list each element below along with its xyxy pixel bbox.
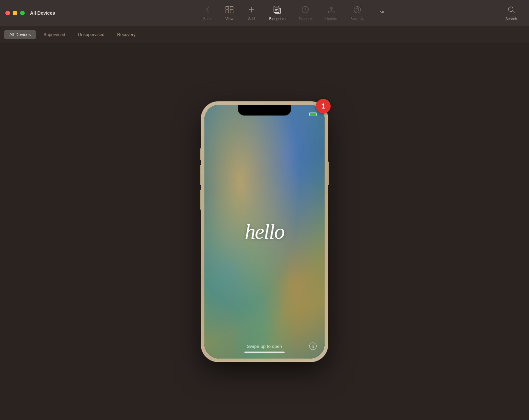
tab-unsupervised-label: Unsupervised [78,32,105,37]
add-label: Add [248,17,255,21]
backup-label: Back Up [350,17,364,21]
blueprints-button[interactable]: Blueprints [262,3,292,23]
main-content: 1 [0,43,529,420]
search-icon [507,5,516,15]
back-button[interactable]: Back [196,3,218,23]
tab-recovery-label: Recovery [117,32,136,37]
back-label: Back [203,17,211,21]
maximize-button[interactable] [20,11,25,15]
view-button[interactable]: View [218,3,240,23]
svg-rect-2 [226,10,229,13]
swipe-bar [244,352,285,353]
phone-bottom: Swipe up to open [204,344,325,359]
view-label: View [225,17,233,21]
blueprints-icon [273,5,282,15]
prepare-button[interactable]: Prepare [292,3,319,23]
close-button[interactable] [5,11,10,15]
tab-recovery[interactable]: Recovery [112,30,141,39]
tab-unsupervised[interactable]: Unsupervised [72,30,110,39]
update-icon [327,5,336,15]
backup-icon [353,5,362,15]
search-button[interactable]: Search [499,3,524,23]
mute-button [200,148,201,160]
add-icon [247,5,256,15]
info-icon[interactable]: ℹ [309,343,317,350]
update-label: Update [325,17,337,21]
tab-supervised[interactable]: Supervised [38,30,70,39]
device-badge: 1 [316,99,331,114]
badge-count: 1 [321,102,325,111]
svg-rect-3 [230,10,233,13]
svg-point-13 [356,8,359,11]
app-title: All Devices [30,10,55,16]
more-icon [378,8,386,18]
volume-up-button [200,165,201,185]
add-button[interactable]: Add [240,3,262,23]
power-button [328,162,329,185]
update-button[interactable]: Update [319,3,344,23]
tab-supervised-label: Supervised [43,32,65,37]
svg-line-16 [512,11,514,13]
svg-rect-11 [328,11,334,13]
blueprints-label: Blueprints [269,17,286,21]
phone-frame: hello Swipe up to open ℹ [201,101,328,362]
phone-container: 1 [201,101,328,362]
hello-text: hello [245,219,284,244]
svg-rect-0 [226,6,229,9]
minimize-button[interactable] [13,11,17,15]
battery-icon [309,113,317,116]
swipe-text: Swipe up to open [247,344,282,349]
tab-all-devices[interactable]: All Devices [4,30,36,39]
view-icon [225,5,234,15]
more-button[interactable] [371,5,393,21]
phone-screen: hello Swipe up to open ℹ [204,105,325,359]
tab-all-devices-label: All Devices [9,32,31,37]
backup-button[interactable]: Back Up [344,3,371,23]
phone-notch [238,105,291,116]
phone-status-icons [309,113,317,116]
tabbar: All Devices Supervised Unsupervised Reco… [0,26,529,43]
search-label: Search [505,17,517,21]
back-icon [203,5,212,15]
traffic-lights [5,11,25,15]
prepare-icon [301,5,310,15]
volume-down-button [200,190,201,210]
toolbar: Back View Add [66,3,524,23]
prepare-label: Prepare [299,17,312,21]
phone-inner: hello Swipe up to open ℹ [204,105,325,359]
titlebar: All Devices Back View [0,0,529,26]
